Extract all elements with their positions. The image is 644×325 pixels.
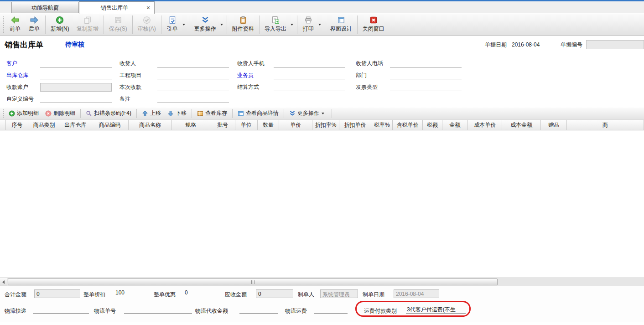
button-label: 引单: [167, 25, 178, 33]
order-header-form: 客户 收货人 收货人手机 收货人电话 出库仓库 工程项目 业务员 部门 收款账户…: [0, 54, 644, 108]
button-label: 扫描条形码(F4): [94, 109, 131, 117]
view-inventory-button[interactable]: 查看库存: [194, 108, 230, 119]
button-label: 更多操作: [297, 109, 319, 117]
column-header[interactable]: 规格: [172, 120, 211, 130]
logistics-tracking-input[interactable]: [124, 305, 192, 314]
import-export-button[interactable]: 导入导出: [261, 15, 290, 34]
close-tab-icon[interactable]: ×: [142, 4, 154, 11]
total-amount-input: 0: [34, 289, 80, 298]
print-dropdown-caret[interactable]: [318, 24, 321, 26]
column-header[interactable]: 成本单价: [468, 120, 502, 130]
column-header[interactable]: 折扣单价: [339, 120, 372, 130]
column-header[interactable]: 商: [567, 120, 644, 130]
toolbar-separator: [136, 109, 137, 118]
column-header[interactable]: 商品编码: [91, 120, 129, 130]
scan-barcode-button[interactable]: 扫描条形码(F4): [83, 108, 135, 119]
column-header[interactable]: 单位: [235, 120, 258, 130]
column-header[interactable]: 商品类别: [28, 120, 60, 130]
move-up-button[interactable]: 上移: [139, 108, 164, 119]
column-header[interactable]: 税额: [423, 120, 442, 130]
project-input[interactable]: [157, 71, 229, 79]
remark-input[interactable]: [157, 95, 229, 103]
prev-order-button[interactable]: 前单: [5, 15, 25, 34]
pull-order-button[interactable]: 引单: [163, 15, 182, 34]
scrollbar-thumb[interactable]: [8, 279, 498, 285]
toolbar-separator: [189, 15, 189, 34]
toolbar-separator: [357, 15, 358, 34]
column-header[interactable]: 含税单价: [393, 120, 423, 130]
import-export-dropdown-caret[interactable]: [291, 24, 293, 26]
receivable-amount-input: 0: [256, 289, 293, 298]
clipboard-icon: [239, 16, 247, 24]
toolbar-separator: [325, 15, 325, 34]
document-header: 销售出库单 待审核 单据日期 2016-08-04 单据编号: [0, 36, 644, 54]
department-label: 部门: [356, 72, 390, 79]
customer-label[interactable]: 客户: [6, 60, 40, 67]
copy-pages-icon: [83, 16, 92, 24]
column-header[interactable]: 折扣率%: [312, 120, 339, 130]
column-header[interactable]: 序号: [6, 120, 28, 130]
move-down-button[interactable]: 下移: [164, 108, 190, 119]
toolbar-separator: [332, 109, 332, 118]
creator-label: 制单人: [298, 291, 314, 299]
warehouse-input[interactable]: [40, 71, 112, 79]
scroll-left-arrow-icon: [2, 280, 5, 284]
salesman-label[interactable]: 业务员: [237, 72, 274, 79]
column-header[interactable]: 单价: [279, 120, 312, 130]
column-header[interactable]: 金额: [442, 120, 468, 130]
column-header[interactable]: 赠品: [541, 120, 566, 130]
department-input[interactable]: [390, 71, 462, 79]
consignee-input[interactable]: [157, 59, 229, 67]
items-table-body[interactable]: [0, 130, 644, 278]
logistics-express-input[interactable]: [33, 305, 89, 314]
order-preferential-input[interactable]: 0: [184, 289, 220, 297]
logistics-cod-input[interactable]: [239, 305, 278, 314]
order-discount-input[interactable]: 100: [114, 289, 151, 297]
button-label: 导入导出: [265, 25, 286, 33]
pull-order-dropdown-caret[interactable]: [182, 24, 185, 26]
toolbar-separator: [80, 109, 81, 118]
consignee-mobile-input[interactable]: [274, 59, 345, 67]
salesman-input[interactable]: [274, 71, 345, 79]
logistics-freight-input[interactable]: [314, 305, 348, 314]
customer-input[interactable]: [40, 59, 112, 67]
column-header[interactable]: 批号: [210, 120, 235, 130]
toolbar-separator: [259, 15, 260, 34]
column-header[interactable]: 税率%: [371, 120, 393, 130]
warehouse-label[interactable]: 出库仓库: [6, 72, 40, 79]
consignee-phone-input[interactable]: [390, 59, 462, 67]
settlement-method-input[interactable]: [274, 83, 345, 91]
more-actions-dropdown-caret[interactable]: [220, 24, 223, 26]
attachments-button[interactable]: 附件资料: [229, 15, 258, 34]
invoice-type-input[interactable]: [390, 83, 462, 91]
add-detail-button[interactable]: 添加明细: [5, 108, 42, 119]
detail-more-actions-button[interactable]: 更多操作: [286, 108, 330, 119]
more-actions-button[interactable]: 更多操作: [191, 15, 220, 34]
button-label: 查看商品详情: [246, 109, 279, 117]
tab-sales-outbound[interactable]: 销售出库单 ×: [79, 1, 155, 14]
freight-pay-category-label: 运费付款类别: [364, 307, 397, 315]
tab-function-nav[interactable]: 功能导航窗: [11, 2, 79, 13]
freight-pay-category-input[interactable]: 3代客户付运费(不生: [406, 305, 466, 314]
delete-detail-button[interactable]: 删除明细: [42, 108, 78, 119]
detail-more-dropdown-caret[interactable]: [322, 113, 324, 114]
doc-date-input[interactable]: 2016-08-04: [510, 41, 554, 49]
toolbar-separator: [297, 15, 297, 34]
ui-design-button[interactable]: 界面设计: [327, 15, 356, 34]
print-button[interactable]: 打印: [299, 15, 318, 34]
column-header[interactable]: 成本金额: [502, 120, 541, 130]
current-receipt-input[interactable]: [157, 83, 229, 91]
column-header[interactable]: 数量: [258, 120, 279, 130]
scroll-left-button[interactable]: [0, 278, 7, 286]
toolbar-separator: [232, 109, 233, 118]
column-header[interactable]: 出库仓库: [60, 120, 91, 130]
close-window-button[interactable]: 关闭窗口: [359, 15, 388, 34]
custom-number-input[interactable]: [40, 95, 112, 103]
column-header[interactable]: 商品名称: [129, 120, 171, 130]
custom-number-label: 自定义编号: [6, 95, 40, 103]
next-order-button[interactable]: 后单: [25, 15, 44, 34]
consignee-label: 收货人: [119, 60, 157, 67]
view-product-detail-button[interactable]: 查看商品详情: [234, 108, 282, 119]
new-button[interactable]: 新增(N): [47, 15, 73, 34]
copy-new-button: 复制新增: [73, 15, 102, 34]
